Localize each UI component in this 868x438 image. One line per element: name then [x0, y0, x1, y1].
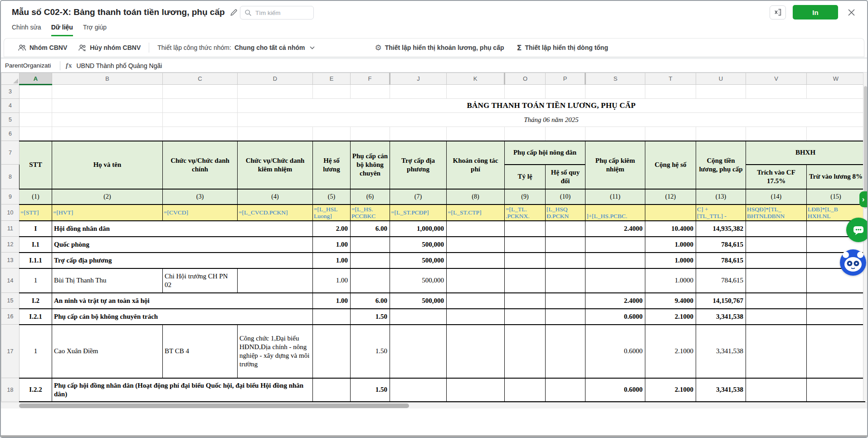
cell-F17[interactable]: 1.50 [351, 325, 390, 378]
cell-U10[interactable]: C] + [TL_TTL] - [696, 204, 746, 221]
cell-O15[interactable] [505, 293, 546, 309]
cell-O13[interactable] [505, 253, 546, 268]
col-header-K[interactable]: K [447, 73, 505, 85]
cell-W17[interactable] [807, 325, 865, 378]
cell-P13[interactable] [546, 253, 585, 268]
cell-D4[interactable]: BẢNG THANH TOÁN TIỀN LƯƠNG, PHỤ CẤP [238, 99, 865, 113]
cell-J17[interactable] [390, 325, 447, 378]
col-header-P[interactable]: P [546, 73, 585, 85]
row-header-16[interactable]: 16 [1, 309, 20, 325]
cell-D10[interactable]: =[L_CVCD.PCKN] [238, 204, 313, 221]
cell-E12[interactable]: 1.00 [313, 237, 351, 253]
cell-A5[interactable] [20, 113, 52, 127]
cell-W3[interactable] [807, 85, 865, 99]
col-header-B[interactable]: B [52, 73, 163, 85]
row-header-13[interactable]: 13 [1, 253, 20, 268]
cell-O9[interactable]: (9) [505, 189, 546, 204]
col-header-T[interactable]: T [645, 73, 696, 85]
cell-J16[interactable] [390, 309, 447, 325]
col-header-F[interactable]: F [351, 73, 390, 85]
cell-W16[interactable] [807, 309, 865, 325]
cell-W15[interactable] [807, 293, 865, 309]
row-header-18[interactable]: 18 [1, 378, 20, 402]
cell-T9[interactable]: (12) [645, 189, 696, 204]
cell-O3[interactable] [505, 85, 546, 99]
cell-S6[interactable] [585, 127, 645, 141]
cell-T11[interactable]: 10.4000 [645, 221, 696, 237]
cell-V18[interactable] [746, 378, 807, 402]
cell-D6[interactable] [238, 127, 313, 141]
tab-du-lieu[interactable]: Dữ liệu [51, 24, 73, 36]
cell-F14[interactable] [351, 268, 390, 293]
cell-U17[interactable]: 3,341,538 [696, 325, 746, 378]
cell-B14[interactable]: Bùi Thị Thanh Thu [52, 268, 163, 293]
row-header-10[interactable]: 10 [1, 204, 20, 221]
cell-F10[interactable]: =[L_HS. PCCBKC [351, 204, 390, 221]
cell-J12[interactable]: 500,000 [390, 237, 447, 253]
row-header-12[interactable]: 12 [1, 237, 20, 253]
cell-B10[interactable]: =[HVT] [52, 204, 163, 221]
cell-S9[interactable]: (11) [585, 189, 645, 204]
cell-K17[interactable] [447, 325, 505, 378]
cell-U13[interactable]: 784,615 [696, 253, 746, 268]
cell-O11[interactable] [505, 221, 546, 237]
row-header-11[interactable]: 11 [1, 221, 20, 237]
col-header-W[interactable]: W [807, 73, 865, 85]
cell-F16[interactable]: 1.50 [351, 309, 390, 325]
cell-S14[interactable] [585, 268, 645, 293]
cell-J15[interactable]: 500,000 [390, 293, 447, 309]
cell-S13[interactable] [585, 253, 645, 268]
cell-B12[interactable]: Quốc phòng [52, 237, 313, 253]
col-header-D[interactable]: D [238, 73, 313, 85]
cell-T18[interactable]: 2.1000 [645, 378, 696, 402]
formula-input[interactable]: UBND Thành phố Quảng Ngãi [77, 62, 162, 69]
cell-A10[interactable]: =[STT] [20, 204, 52, 221]
select-all-corner[interactable] [1, 73, 20, 85]
cell-T12[interactable]: 1.0000 [645, 237, 696, 253]
display-total-row-button[interactable]: Σ Thiết lập hiển thị dòng tổng [517, 44, 608, 52]
cell-C4[interactable] [163, 99, 238, 113]
search-box[interactable] [240, 6, 314, 19]
row-header-7[interactable]: 7 [1, 141, 20, 165]
cell-V12[interactable] [746, 237, 807, 253]
cell-U14[interactable]: 784,615 [696, 268, 746, 293]
cell-U16[interactable]: 3,341,538 [696, 309, 746, 325]
cell-K6[interactable] [447, 127, 505, 141]
cell-K16[interactable] [447, 309, 505, 325]
cell-P12[interactable] [546, 237, 585, 253]
cell-T10[interactable] [645, 204, 696, 221]
cell-A6[interactable] [20, 127, 52, 141]
cell-S16[interactable]: 0.6000 [585, 309, 645, 325]
cell-P10[interactable]: [L_HSQ Đ.PCKN [546, 204, 585, 221]
cell-D17[interactable]: Công chức 1,Đại biểu HĐND,Địa chính - nô… [238, 325, 313, 378]
cell-C17[interactable]: BT CB 4 [163, 325, 238, 378]
cell-K11[interactable] [447, 221, 505, 237]
cell-T16[interactable]: 2.1000 [645, 309, 696, 325]
cell-A14[interactable]: 1 [20, 268, 52, 293]
cell-P6[interactable] [546, 127, 585, 141]
cell-A3[interactable] [20, 85, 52, 99]
cell-F9[interactable]: (6) [351, 189, 390, 204]
col-header-O[interactable]: O [505, 73, 546, 85]
row-header-17[interactable]: 17 [1, 325, 20, 378]
cell-B9[interactable]: (2) [52, 189, 163, 204]
cell-C5[interactable] [163, 113, 238, 127]
col-header-V[interactable]: V [746, 73, 807, 85]
cell-B16[interactable]: Phụ cấp cán bộ không chuyên trách [52, 309, 313, 325]
cell-S18[interactable]: 0.6000 [585, 378, 645, 402]
cell-O16[interactable] [505, 309, 546, 325]
cell-V14[interactable] [746, 268, 807, 293]
cell-O18[interactable] [505, 378, 546, 402]
cell-E11[interactable]: 2.00 [313, 221, 351, 237]
cell-W6[interactable] [807, 127, 865, 141]
row-header-6[interactable]: 6 [1, 127, 20, 141]
row-header-4[interactable]: 4 [1, 99, 20, 113]
export-excel-button[interactable] [770, 5, 786, 19]
horizontal-scrollbar-thumb[interactable] [19, 404, 409, 408]
cell-F15[interactable]: 6.00 [351, 293, 390, 309]
cell-F13[interactable] [351, 253, 390, 268]
col-header-J[interactable]: J [390, 73, 447, 85]
cell-T17[interactable]: 2.1000 [645, 325, 696, 378]
search-input[interactable] [255, 10, 305, 16]
cell-D14[interactable] [238, 268, 313, 293]
